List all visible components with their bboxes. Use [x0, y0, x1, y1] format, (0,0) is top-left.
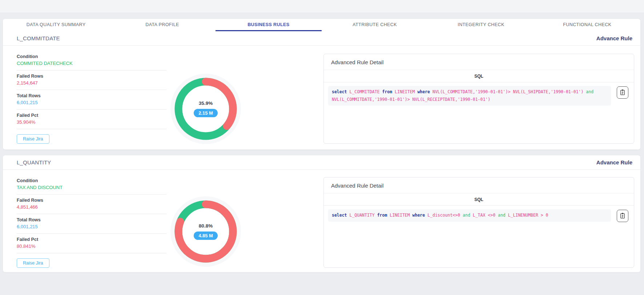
- stat-label: Condition: [17, 54, 166, 59]
- stat-failed-pct: Failed Pct 80.841%: [17, 234, 166, 253]
- stat-label: Total Rows: [17, 217, 166, 222]
- business-rules-card-quantity: L_QUANTITY Advance Rule Condition TAX AN…: [3, 155, 640, 272]
- copy-sql-button[interactable]: [617, 210, 628, 222]
- stat-label: Failed Pct: [17, 237, 166, 242]
- sql-column-header: SQL: [324, 193, 634, 206]
- tab-attribute-check[interactable]: ATTRIBUTE CHECK: [322, 19, 428, 31]
- stat-value: 6,001,215: [17, 100, 166, 105]
- stat-value: 80.841%: [17, 243, 166, 249]
- tab-data-profile[interactable]: DATA PROFILE: [109, 19, 215, 31]
- stat-value: COMMITED DATECHECK: [17, 61, 166, 66]
- tab-functional-check[interactable]: FUNCTIONAL CHECK: [534, 19, 640, 31]
- advance-rule-link[interactable]: Advance Rule: [596, 35, 632, 41]
- donut-percentage-label: 35.9%: [199, 101, 213, 106]
- card-body: Condition COMMITED DATECHECK Failed Rows…: [3, 46, 640, 145]
- column-title: L_COMMITDATE: [17, 35, 60, 41]
- stat-total-rows: Total Rows 6,001,215: [17, 214, 166, 234]
- stat-value: TAX AND DISCOUNT: [17, 185, 166, 190]
- stat-condition: Condition COMMITED DATECHECK: [17, 51, 166, 70]
- stat-condition: Condition TAX AND DISCOUNT: [17, 175, 166, 194]
- stat-failed-rows: Failed Rows 4,851,466: [17, 194, 166, 214]
- sql-column-header: SQL: [324, 70, 634, 82]
- stat-failed-pct: Failed Pct 35.904%: [17, 110, 166, 129]
- stat-label: Failed Rows: [17, 198, 166, 203]
- stat-value: 2,154,647: [17, 80, 166, 86]
- stat-value: 6,001,215: [17, 224, 166, 229]
- stat-failed-rows: Failed Rows 2,154,647: [17, 70, 166, 90]
- column-title: L_QUANTITY: [17, 159, 51, 165]
- sql-code: select L_QUANTITY from LINEITEM where L_…: [328, 209, 611, 222]
- tab-bar: DATA QUALITY SUMMARY DATA PROFILE BUSINE…: [3, 19, 640, 31]
- stat-label: Failed Pct: [17, 113, 166, 118]
- card-header: L_COMMITDATE Advance Rule: [3, 31, 640, 46]
- copy-sql-button[interactable]: [617, 86, 628, 99]
- raise-jira-button[interactable]: Raise Jira: [17, 134, 49, 144]
- sql-code-row: select L_COMMITDATE from LINEITEM where …: [324, 82, 634, 106]
- failed-count-badge: 4.85 M: [194, 232, 218, 240]
- card-body: Condition TAX AND DISCOUNT Failed Rows 4…: [3, 170, 640, 268]
- stat-total-rows: Total Rows 6,001,215: [17, 90, 166, 110]
- donut-center: 35.9% 2.15 M: [169, 73, 242, 145]
- card-header: L_QUANTITY Advance Rule: [3, 155, 640, 170]
- advanced-rule-detail-panel: Advanced Rule Detail SQL select L_COMMIT…: [323, 54, 634, 144]
- stat-label: Failed Rows: [17, 74, 166, 79]
- stat-value: 35.904%: [17, 119, 166, 125]
- stats-column: Condition COMMITED DATECHECK Failed Rows…: [3, 46, 166, 144]
- tab-integerity-check[interactable]: INTEGERITY CHECK: [428, 19, 534, 31]
- donut-center: 80.8% 4.85 M: [169, 195, 242, 268]
- stat-value: 4,851,466: [17, 204, 166, 210]
- raise-jira-button[interactable]: Raise Jira: [17, 258, 49, 268]
- stat-label: Total Rows: [17, 93, 166, 98]
- advanced-rule-detail-panel: Advanced Rule Detail SQL select L_QUANTI…: [323, 177, 634, 268]
- stats-column: Condition TAX AND DISCOUNT Failed Rows 4…: [3, 170, 166, 268]
- failed-rows-donut-chart: 80.8% 4.85 M: [169, 195, 242, 268]
- donut-percentage-label: 80.8%: [199, 223, 213, 229]
- sql-code: select L_COMMITDATE from LINEITEM where …: [328, 86, 611, 106]
- failed-rows-donut-chart: 35.9% 2.15 M: [169, 73, 242, 145]
- panel-title: Advanced Rule Detail: [324, 177, 634, 193]
- panel-title: Advanced Rule Detail: [324, 54, 634, 70]
- stat-label: Condition: [17, 178, 166, 183]
- tab-business-rules[interactable]: BUSINESS RULES: [216, 19, 322, 31]
- advance-rule-link[interactable]: Advance Rule: [596, 159, 632, 165]
- business-rules-card-commitdate: DATA QUALITY SUMMARY DATA PROFILE BUSINE…: [3, 19, 640, 149]
- sql-code-row: select L_QUANTITY from LINEITEM where L_…: [324, 206, 634, 222]
- clipboard-icon: [620, 89, 625, 97]
- tab-data-quality-summary[interactable]: DATA QUALITY SUMMARY: [3, 19, 109, 31]
- top-margin-strip: [0, 0, 644, 12]
- failed-count-badge: 2.15 M: [194, 109, 218, 117]
- clipboard-icon: [620, 212, 625, 220]
